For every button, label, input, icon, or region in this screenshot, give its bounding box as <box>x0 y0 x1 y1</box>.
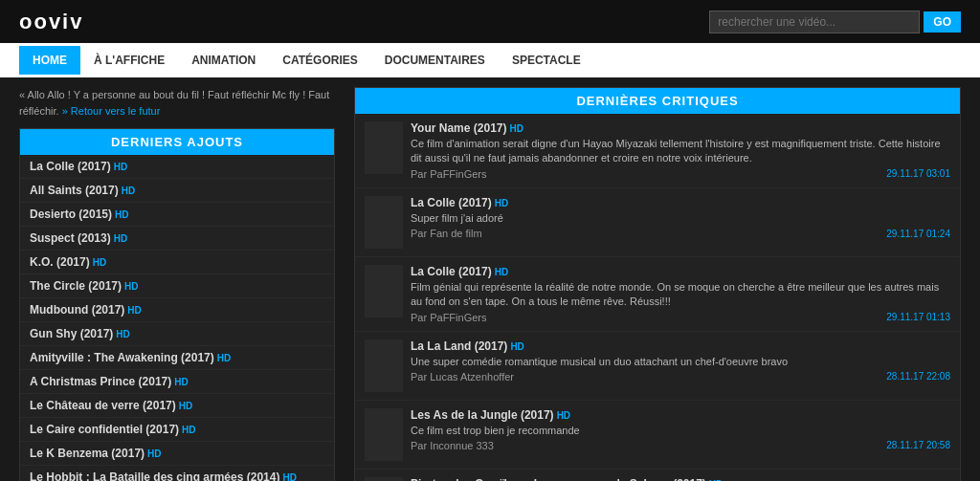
list-item[interactable]: The Circle (2017)HD <box>20 274 334 298</box>
table-row: La La Land (2017)HD Une super comédie ro… <box>355 332 960 401</box>
movie-title: K.O. (2017) <box>30 255 90 269</box>
review-author: Par Fan de film <box>411 228 482 239</box>
list-item[interactable]: K.O. (2017)HD <box>20 251 334 274</box>
review-content: La Colle (2017)HD Film génial qui représ… <box>411 265 950 323</box>
breadcrumb: « Allo Allo ! Y a personne au bout du fi… <box>19 87 335 119</box>
movie-title: A Christmas Prince (2017) <box>30 375 171 388</box>
review-content: Pirates des Caraïbes : La vengeance de S… <box>411 477 950 481</box>
movie-title: Amityville : The Awakening (2017) <box>30 351 214 364</box>
latest-section-title: DERNIERS AJOUTS <box>20 129 334 155</box>
main-content: « Allo Allo ! Y a personne au bout du fi… <box>0 77 980 481</box>
nav-item-documentaires[interactable]: DOCUMENTAIRES <box>371 46 499 75</box>
nav-item-laffiche[interactable]: À L'AFFICHE <box>80 46 178 75</box>
movie-title: The Circle (2017) <box>30 279 122 293</box>
list-item[interactable]: Desierto (2015)HD <box>20 203 334 227</box>
list-item[interactable]: Le Caire confidentiel (2017)HD <box>20 418 334 442</box>
hd-badge: HD <box>93 257 106 268</box>
latest-box: DERNIERS AJOUTS La Colle (2017)HDAll Sai… <box>19 128 335 481</box>
review-author: Par PaFFinGers <box>411 168 486 180</box>
table-row: La Colle (2017)HD Film génial qui représ… <box>355 257 960 332</box>
movie-title: Le Caire confidentiel (2017) <box>30 423 179 436</box>
logo[interactable]: ooviv <box>19 10 83 34</box>
search-input[interactable] <box>709 11 920 33</box>
movie-title: Le K Benzema (2017) <box>30 447 145 460</box>
table-row: Your Name (2017)HD Ce film d'animation s… <box>355 114 960 188</box>
hd-badge: HD <box>115 209 128 220</box>
hd-badge: HD <box>510 341 523 352</box>
review-thumbnail <box>365 196 403 249</box>
movie-title: Desierto (2015) <box>30 208 112 221</box>
movie-title: La Colle (2017) <box>30 160 111 173</box>
review-list: Your Name (2017)HD Ce film d'animation s… <box>355 114 960 481</box>
review-movie-title[interactable]: Your Name (2017)HD <box>411 121 950 135</box>
reviews-section-title: DERNIÈRES CRITIQUES <box>355 88 960 114</box>
nav-item-home[interactable]: HOME <box>19 46 80 75</box>
list-item[interactable]: Amityville : The Awakening (2017)HD <box>20 346 334 370</box>
review-text: Ce film d'animation serait digne d'un Ha… <box>411 137 950 166</box>
breadcrumb-current[interactable]: » Retour vers le futur <box>62 105 161 117</box>
list-item[interactable]: Le Hobbit : La Bataille des cinq armées … <box>20 466 334 481</box>
hd-badge: HD <box>182 425 195 435</box>
hd-badge: HD <box>282 472 296 481</box>
movie-title: Mudbound (2017) <box>30 303 124 317</box>
review-movie-title[interactable]: La La Land (2017)HD <box>411 339 950 353</box>
review-date: 28.11.17 22:08 <box>886 371 950 382</box>
review-date: 29.11.17 03:01 <box>886 168 950 179</box>
nav-item-animation[interactable]: ANIMATION <box>178 46 269 75</box>
hd-badge: HD <box>174 377 188 387</box>
review-text: Film génial qui représente la réalité de… <box>411 280 950 310</box>
movie-title: Le Hobbit : La Bataille des cinq armées … <box>30 470 279 481</box>
table-row: La Colle (2017)HD Super film j'ai adoré … <box>355 188 960 257</box>
hd-badge: HD <box>124 281 138 292</box>
review-date: 29.11.17 01:13 <box>886 312 950 322</box>
review-thumbnail <box>365 477 403 481</box>
search-bar: GO <box>709 11 961 33</box>
hd-badge: HD <box>122 186 135 196</box>
movie-title: All Saints (2017) <box>30 184 119 197</box>
hd-badge: HD <box>147 448 161 459</box>
movie-list: La Colle (2017)HDAll Saints (2017)HDDesi… <box>20 155 334 481</box>
review-text: Une super comédie romantique musical un … <box>411 355 950 369</box>
review-movie-title[interactable]: Pirates des Caraïbes : La vengeance de S… <box>411 477 950 481</box>
review-date: 28.11.17 20:58 <box>886 440 950 450</box>
review-content: Les As de la Jungle (2017)HD Ce film est… <box>411 408 950 461</box>
list-item[interactable]: Mudbound (2017)HD <box>20 298 334 322</box>
review-text: Super film j'ai adoré <box>411 211 950 226</box>
movie-title: Le Château de verre (2017) <box>30 399 176 412</box>
nav-item-catgories[interactable]: CATÉGORIES <box>269 46 370 75</box>
review-movie-title[interactable]: Les As de la Jungle (2017)HD <box>411 408 950 422</box>
list-item[interactable]: Le Château de verre (2017)HD <box>20 394 334 418</box>
review-author: Par Lucas Atzenhoffer <box>411 371 514 383</box>
search-button[interactable]: GO <box>924 11 961 33</box>
list-item[interactable]: Gun Shy (2017)HD <box>20 322 334 346</box>
hd-badge: HD <box>495 198 508 208</box>
movie-title: Gun Shy (2017) <box>30 327 113 340</box>
hd-badge: HD <box>495 267 508 277</box>
list-item[interactable]: Le K Benzema (2017)HD <box>20 442 334 466</box>
hd-badge: HD <box>509 123 523 134</box>
reviews-box: DERNIÈRES CRITIQUES Your Name (2017)HD C… <box>354 87 961 481</box>
table-row: Les As de la Jungle (2017)HD Ce film est… <box>355 401 960 470</box>
list-item[interactable]: A Christmas Prince (2017)HD <box>20 370 334 394</box>
review-text: Ce film est trop bien je recommande <box>411 424 950 438</box>
review-content: La La Land (2017)HD Une super comédie ro… <box>411 339 950 392</box>
list-item[interactable]: Suspect (2013)HD <box>20 227 334 251</box>
review-content: Your Name (2017)HD Ce film d'animation s… <box>411 121 950 180</box>
table-row: Pirates des Caraïbes : La vengeance de S… <box>355 470 960 481</box>
hd-badge: HD <box>557 410 570 421</box>
logo-text: ooviv <box>19 10 83 33</box>
hd-badge: HD <box>127 305 141 316</box>
review-movie-title[interactable]: La Colle (2017)HD <box>411 265 950 278</box>
list-item[interactable]: All Saints (2017)HD <box>20 179 334 203</box>
nav-item-spectacle[interactable]: SPECTACLE <box>499 46 594 75</box>
review-movie-title[interactable]: La Colle (2017)HD <box>411 196 950 209</box>
left-column: « Allo Allo ! Y a personne au bout du fi… <box>19 87 335 481</box>
list-item[interactable]: La Colle (2017)HD <box>20 155 334 179</box>
review-content: La Colle (2017)HD Super film j'ai adoré … <box>411 196 950 249</box>
hd-badge: HD <box>179 401 192 411</box>
review-thumbnail <box>365 339 403 392</box>
review-thumbnail <box>365 408 403 461</box>
hd-badge: HD <box>114 233 127 244</box>
hd-badge: HD <box>116 329 129 339</box>
nav: HOMEÀ L'AFFICHEANIMATIONCATÉGORIESDOCUME… <box>0 43 980 77</box>
